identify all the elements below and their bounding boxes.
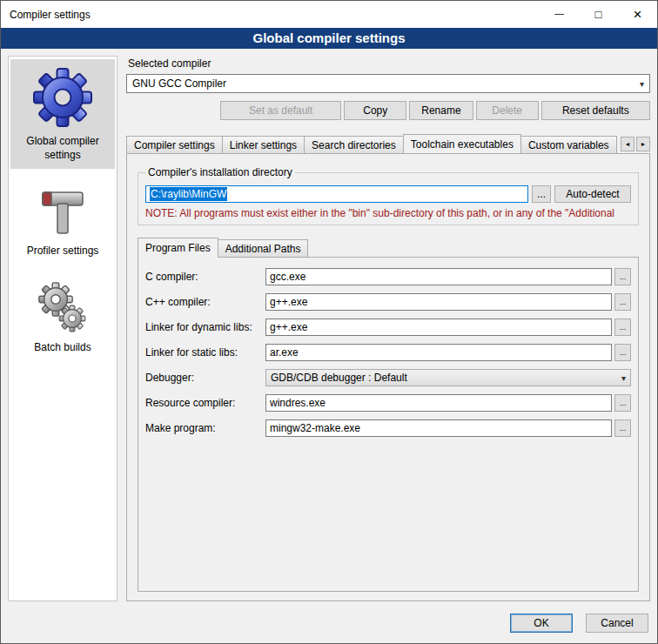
settings-category-sidebar: Global compiler settings [8, 56, 118, 601]
installation-directory-row: C:\raylib\MinGW ... Auto-detect [145, 185, 631, 203]
program-files-tab-bar: Program Files Additional Paths [138, 238, 639, 257]
installation-directory-group: Compiler's installation directory C:\ray… [138, 166, 639, 225]
copy-button[interactable]: Copy [344, 101, 406, 120]
ok-button[interactable]: OK [510, 614, 573, 633]
tabs-strip: Compiler settings Linker settings Search… [126, 134, 617, 153]
browse-make-program-button[interactable]: ... [614, 419, 631, 437]
chevron-down-icon: ▾ [634, 79, 644, 89]
program-files-panel: C compiler: gcc.exe ... C++ compiler: g+… [138, 257, 639, 592]
minimize-icon: — [554, 8, 564, 18]
resource-compiler-value: windres.exe [270, 397, 326, 409]
compiler-settings-window: Compiler settings — □ × Global compiler … [0, 0, 658, 644]
tab-scroll-arrows: ◄ ► [617, 137, 650, 151]
tab-additional-paths[interactable]: Additional Paths [218, 239, 309, 257]
sidebar-item-label: Batch builds [34, 341, 91, 355]
sidebar-item-label: Profiler settings [27, 245, 99, 258]
profiler-tool-icon [36, 184, 90, 238]
field-label: C++ compiler: [145, 296, 265, 308]
close-icon: × [634, 6, 642, 23]
field-row-cpp-compiler: C++ compiler: g++.exe ... [145, 293, 631, 311]
field-label: Linker for static libs: [145, 346, 265, 359]
set-as-default-button: Set as default [220, 101, 341, 120]
field-row-dynamic-linker: Linker for dynamic libs: g++.exe ... [145, 319, 631, 336]
tab-program-files[interactable]: Program Files [138, 238, 218, 258]
browse-directory-button[interactable]: ... [532, 185, 551, 203]
close-button[interactable]: × [618, 1, 657, 28]
field-row-debugger: Debugger: GDB/CDB debugger : Default ▾ [145, 369, 631, 386]
browse-static-linker-button[interactable]: ... [614, 344, 631, 361]
field-label: Debugger: [145, 372, 265, 384]
static-linker-value: ar.exe [270, 346, 299, 359]
field-label: Make program: [145, 422, 265, 434]
auto-detect-button[interactable]: Auto-detect [554, 185, 631, 203]
dynamic-linker-input[interactable]: g++.exe [265, 319, 612, 336]
sidebar-item-label: Global compiler settings [12, 135, 113, 162]
cancel-button[interactable]: Cancel [586, 614, 648, 633]
reset-defaults-button[interactable]: Reset defaults [541, 101, 650, 120]
c-compiler-value: gcc.exe [270, 271, 306, 283]
blue-gear-icon [30, 64, 95, 129]
maximize-button[interactable]: □ [579, 1, 618, 28]
sidebar-item-global-compiler-settings[interactable]: Global compiler settings [10, 59, 115, 169]
tab-toolchain-executables[interactable]: Toolchain executables [403, 134, 521, 153]
dynamic-linker-value: g++.exe [270, 321, 307, 333]
debugger-select[interactable]: GDB/CDB debugger : Default ▾ [265, 369, 631, 386]
titlebar: Compiler settings — □ × [1, 1, 657, 28]
tab-custom-variables[interactable]: Custom variables [520, 136, 617, 153]
field-label: C compiler: [145, 271, 265, 283]
compiler-actions-row: Set as default Copy Rename Delete Reset … [126, 101, 650, 120]
field-label: Resource compiler: [145, 397, 265, 409]
selected-compiler-label: Selected compiler [128, 57, 650, 70]
selected-compiler-value: GNU GCC Compiler [132, 77, 226, 90]
main-tab-bar: Compiler settings Linker settings Search… [126, 134, 650, 153]
field-row-c-compiler: C compiler: gcc.exe ... [145, 268, 631, 285]
browse-c-compiler-button[interactable]: ... [614, 268, 631, 285]
cpp-compiler-value: g++.exe [270, 296, 307, 308]
resource-compiler-input[interactable]: windres.exe [265, 394, 612, 412]
bin-subdirectory-note: NOTE: All programs must exist either in … [145, 207, 631, 219]
browse-cpp-compiler-button[interactable]: ... [614, 293, 631, 311]
sidebar-item-batch-builds[interactable]: Batch builds [10, 276, 115, 362]
browse-dynamic-linker-button[interactable]: ... [614, 319, 631, 336]
main-settings-area: Selected compiler GNU GCC Compiler ▾ Set… [126, 56, 650, 608]
rename-button[interactable]: Rename [409, 101, 473, 120]
chevron-down-icon: ▾ [616, 373, 626, 383]
delete-button: Delete [476, 101, 539, 120]
toolchain-executables-panel: Compiler's installation directory C:\ray… [126, 153, 650, 601]
minimize-button[interactable]: — [540, 1, 579, 28]
tab-search-directories[interactable]: Search directories [304, 136, 404, 153]
field-row-make-program: Make program: mingw32-make.exe ... [145, 419, 631, 437]
make-program-input[interactable]: mingw32-make.exe [265, 419, 612, 437]
static-linker-input[interactable]: ar.exe [265, 344, 612, 361]
dialog-footer: OK Cancel [1, 608, 657, 643]
debugger-value: GDB/CDB debugger : Default [271, 372, 407, 384]
tab-compiler-settings[interactable]: Compiler settings [126, 136, 223, 153]
cpp-compiler-input[interactable]: g++.exe [265, 293, 612, 311]
installation-directory-value: C:\raylib\MinGW [150, 187, 227, 201]
sidebar-item-profiler-settings[interactable]: Profiler settings [10, 179, 115, 265]
make-program-value: mingw32-make.exe [270, 422, 360, 434]
gray-gears-icon [36, 281, 90, 335]
page-title: Global compiler settings [1, 28, 657, 49]
installation-directory-input[interactable]: C:\raylib\MinGW [145, 185, 528, 203]
tab-linker-settings[interactable]: Linker settings [222, 136, 305, 153]
selected-compiler-select[interactable]: GNU GCC Compiler ▾ [126, 74, 650, 93]
tab-scroll-right-icon[interactable]: ► [636, 137, 650, 151]
maximize-icon: □ [595, 8, 602, 21]
field-row-static-linker: Linker for static libs: ar.exe ... [145, 344, 631, 361]
window-title: Compiler settings [1, 9, 540, 21]
field-row-resource-compiler: Resource compiler: windres.exe ... [145, 394, 631, 412]
browse-resource-compiler-button[interactable]: ... [614, 394, 631, 412]
dialog-content: Global compiler settings [1, 49, 657, 608]
installation-directory-group-title: Compiler's installation directory [145, 166, 295, 178]
c-compiler-input[interactable]: gcc.exe [265, 268, 612, 285]
tab-scroll-left-icon[interactable]: ◄ [621, 137, 634, 151]
field-label: Linker for dynamic libs: [145, 321, 265, 333]
